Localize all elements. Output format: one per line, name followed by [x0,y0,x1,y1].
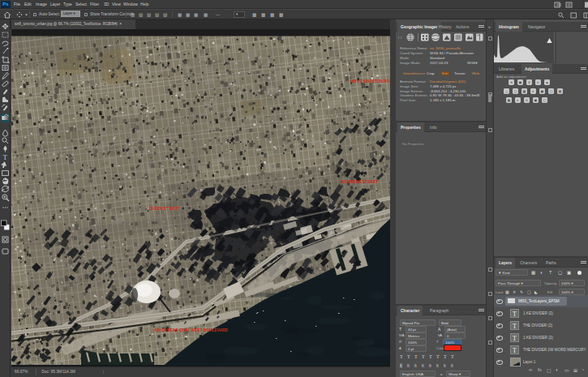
svg-text:HWY 2 KINGSTON ROAD: HWY 2 KINGSTON ROAD [350,79,390,84]
svg-text:400 QUEENS QUAY WEST BOULEVARD: 400 QUEENS QUAY WEST BOULEVARD [154,328,228,332]
svg-text:T: T [3,153,8,161]
svg-text:RICHMOND ST EAST: RICHMOND ST EAST [341,180,378,184]
svg-text:QUEEN ST WEST: QUEEN ST WEST [149,207,180,211]
svg-text:∷: ∷ [398,35,401,41]
